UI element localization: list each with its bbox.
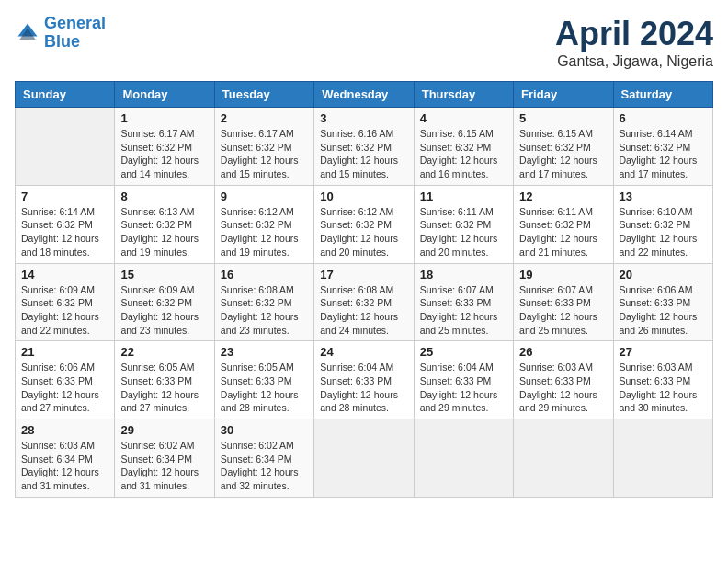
day-info: Sunrise: 6:03 AMSunset: 6:33 PMDaylight:… <box>519 361 607 415</box>
calendar-cell: 25Sunrise: 6:04 AMSunset: 6:33 PMDayligh… <box>414 341 513 419</box>
day-number: 1 <box>120 111 208 125</box>
day-info: Sunrise: 6:17 AMSunset: 6:32 PMDaylight:… <box>221 127 308 181</box>
day-info: Sunrise: 6:15 AMSunset: 6:32 PMDaylight:… <box>519 127 607 181</box>
day-number: 3 <box>320 111 407 125</box>
day-info: Sunrise: 6:17 AMSunset: 6:32 PMDaylight:… <box>120 127 208 181</box>
day-number: 7 <box>21 190 108 203</box>
calendar-cell: 8Sunrise: 6:13 AMSunset: 6:32 PMDaylight… <box>115 185 214 263</box>
day-info: Sunrise: 6:02 AMSunset: 6:34 PMDaylight:… <box>120 439 208 493</box>
day-info: Sunrise: 6:12 AMSunset: 6:32 PMDaylight:… <box>221 205 308 259</box>
calendar-cell: 11Sunrise: 6:11 AMSunset: 6:32 PMDayligh… <box>414 185 513 263</box>
calendar-cell: 30Sunrise: 6:02 AMSunset: 6:34 PMDayligh… <box>214 419 313 498</box>
day-info: Sunrise: 6:12 AMSunset: 6:32 PMDaylight:… <box>320 205 407 259</box>
calendar-cell: 22Sunrise: 6:05 AMSunset: 6:33 PMDayligh… <box>115 341 214 419</box>
weekday-header: Thursday <box>414 82 513 108</box>
calendar-cell: 1Sunrise: 6:17 AMSunset: 6:32 PMDaylight… <box>115 108 214 186</box>
calendar-cell: 18Sunrise: 6:07 AMSunset: 6:33 PMDayligh… <box>414 263 513 341</box>
calendar-cell: 14Sunrise: 6:09 AMSunset: 6:32 PMDayligh… <box>16 263 115 341</box>
calendar-cell: 17Sunrise: 6:08 AMSunset: 6:32 PMDayligh… <box>314 263 414 341</box>
day-number: 4 <box>420 111 507 125</box>
calendar-cell: 20Sunrise: 6:06 AMSunset: 6:33 PMDayligh… <box>613 263 712 341</box>
day-info: Sunrise: 6:06 AMSunset: 6:33 PMDaylight:… <box>620 283 707 338</box>
day-info: Sunrise: 6:11 AMSunset: 6:32 PMDaylight:… <box>519 205 607 259</box>
calendar-cell: 5Sunrise: 6:15 AMSunset: 6:32 PMDaylight… <box>514 108 613 186</box>
day-number: 23 <box>221 345 308 359</box>
weekday-header: Wednesday <box>314 82 414 108</box>
calendar-cell: 10Sunrise: 6:12 AMSunset: 6:32 PMDayligh… <box>314 185 414 263</box>
calendar-week-row: 7Sunrise: 6:14 AMSunset: 6:32 PMDaylight… <box>16 185 713 263</box>
day-number: 30 <box>221 423 308 437</box>
calendar-cell <box>314 419 414 498</box>
day-number: 18 <box>420 268 507 282</box>
calendar-cell <box>414 419 513 498</box>
calendar-cell: 9Sunrise: 6:12 AMSunset: 6:32 PMDaylight… <box>214 185 313 263</box>
weekday-header-row: SundayMondayTuesdayWednesdayThursdayFrid… <box>16 82 713 108</box>
day-number: 12 <box>519 190 607 203</box>
day-number: 28 <box>21 423 108 437</box>
day-number: 5 <box>519 111 607 125</box>
day-info: Sunrise: 6:07 AMSunset: 6:33 PMDaylight:… <box>519 283 607 338</box>
day-number: 22 <box>120 345 208 359</box>
month-title: April 2024 <box>555 15 713 53</box>
calendar-week-row: 14Sunrise: 6:09 AMSunset: 6:32 PMDayligh… <box>16 263 713 341</box>
calendar-cell: 13Sunrise: 6:10 AMSunset: 6:32 PMDayligh… <box>613 185 712 263</box>
calendar-cell: 12Sunrise: 6:11 AMSunset: 6:32 PMDayligh… <box>514 185 613 263</box>
day-info: Sunrise: 6:10 AMSunset: 6:32 PMDaylight:… <box>620 205 707 259</box>
day-info: Sunrise: 6:09 AMSunset: 6:32 PMDaylight:… <box>120 283 208 338</box>
calendar-week-row: 21Sunrise: 6:06 AMSunset: 6:33 PMDayligh… <box>16 341 713 419</box>
day-number: 24 <box>320 345 407 359</box>
weekday-header: Monday <box>115 82 214 108</box>
calendar-cell: 2Sunrise: 6:17 AMSunset: 6:32 PMDaylight… <box>214 108 313 186</box>
day-number: 11 <box>420 190 507 203</box>
day-number: 6 <box>620 111 707 125</box>
calendar-cell: 21Sunrise: 6:06 AMSunset: 6:33 PMDayligh… <box>16 341 115 419</box>
day-number: 19 <box>519 268 607 282</box>
calendar-cell: 19Sunrise: 6:07 AMSunset: 6:33 PMDayligh… <box>514 263 613 341</box>
day-info: Sunrise: 6:09 AMSunset: 6:32 PMDaylight:… <box>21 283 108 338</box>
page-header: GeneralBlue April 2024 Gantsa, Jigawa, N… <box>15 15 713 70</box>
weekday-header: Friday <box>514 82 613 108</box>
day-number: 25 <box>420 345 507 359</box>
day-number: 10 <box>320 190 407 203</box>
day-number: 9 <box>221 190 308 203</box>
day-number: 20 <box>620 268 707 282</box>
calendar-cell: 15Sunrise: 6:09 AMSunset: 6:32 PMDayligh… <box>115 263 214 341</box>
calendar-table: SundayMondayTuesdayWednesdayThursdayFrid… <box>15 81 713 498</box>
day-info: Sunrise: 6:15 AMSunset: 6:32 PMDaylight:… <box>420 127 507 181</box>
day-info: Sunrise: 6:11 AMSunset: 6:32 PMDaylight:… <box>420 205 507 259</box>
day-info: Sunrise: 6:05 AMSunset: 6:33 PMDaylight:… <box>120 361 208 415</box>
day-info: Sunrise: 6:02 AMSunset: 6:34 PMDaylight:… <box>221 439 308 493</box>
logo-text: GeneralBlue <box>44 15 106 52</box>
day-info: Sunrise: 6:14 AMSunset: 6:32 PMDaylight:… <box>620 127 707 181</box>
logo: GeneralBlue <box>15 15 106 52</box>
weekday-header: Tuesday <box>214 82 313 108</box>
calendar-week-row: 1Sunrise: 6:17 AMSunset: 6:32 PMDaylight… <box>16 108 713 186</box>
day-info: Sunrise: 6:03 AMSunset: 6:33 PMDaylight:… <box>620 361 707 415</box>
day-info: Sunrise: 6:03 AMSunset: 6:34 PMDaylight:… <box>21 439 108 493</box>
day-info: Sunrise: 6:14 AMSunset: 6:32 PMDaylight:… <box>21 205 108 259</box>
day-number: 21 <box>21 345 108 359</box>
day-info: Sunrise: 6:06 AMSunset: 6:33 PMDaylight:… <box>21 361 108 415</box>
calendar-cell: 16Sunrise: 6:08 AMSunset: 6:32 PMDayligh… <box>214 263 313 341</box>
calendar-week-row: 28Sunrise: 6:03 AMSunset: 6:34 PMDayligh… <box>16 419 713 498</box>
calendar-cell: 23Sunrise: 6:05 AMSunset: 6:33 PMDayligh… <box>214 341 313 419</box>
day-info: Sunrise: 6:04 AMSunset: 6:33 PMDaylight:… <box>420 361 507 415</box>
day-info: Sunrise: 6:16 AMSunset: 6:32 PMDaylight:… <box>320 127 407 181</box>
day-info: Sunrise: 6:08 AMSunset: 6:32 PMDaylight:… <box>221 283 308 338</box>
calendar-cell: 29Sunrise: 6:02 AMSunset: 6:34 PMDayligh… <box>115 419 214 498</box>
weekday-header: Saturday <box>613 82 712 108</box>
calendar-cell: 6Sunrise: 6:14 AMSunset: 6:32 PMDaylight… <box>613 108 712 186</box>
calendar-cell: 26Sunrise: 6:03 AMSunset: 6:33 PMDayligh… <box>514 341 613 419</box>
day-number: 13 <box>620 190 707 203</box>
day-number: 17 <box>320 268 407 282</box>
day-info: Sunrise: 6:07 AMSunset: 6:33 PMDaylight:… <box>420 283 507 338</box>
calendar-cell: 28Sunrise: 6:03 AMSunset: 6:34 PMDayligh… <box>16 419 115 498</box>
day-number: 16 <box>221 268 308 282</box>
day-number: 14 <box>21 268 108 282</box>
day-number: 15 <box>120 268 208 282</box>
day-number: 2 <box>221 111 308 125</box>
calendar-cell: 7Sunrise: 6:14 AMSunset: 6:32 PMDaylight… <box>16 185 115 263</box>
day-info: Sunrise: 6:13 AMSunset: 6:32 PMDaylight:… <box>120 205 208 259</box>
day-info: Sunrise: 6:05 AMSunset: 6:33 PMDaylight:… <box>221 361 308 415</box>
weekday-header: Sunday <box>16 82 115 108</box>
